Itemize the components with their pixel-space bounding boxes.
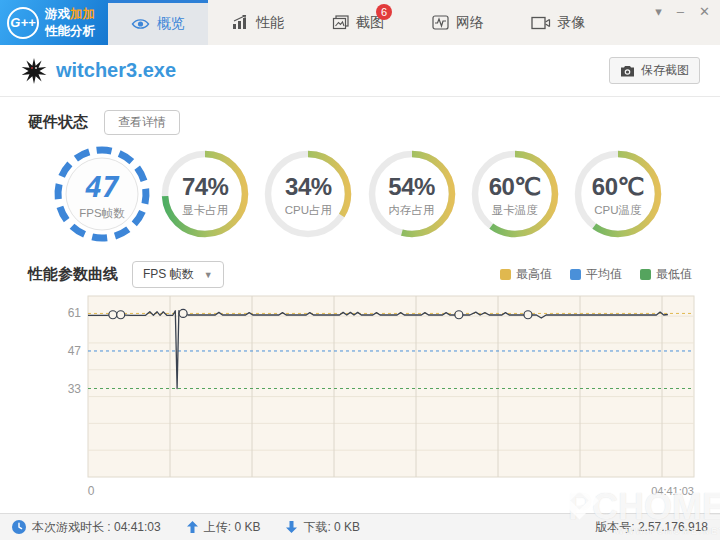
window-minimize-button[interactable]: – [677,4,684,20]
tab-screenshot[interactable]: 截图 6 [308,0,408,45]
svg-text:33: 33 [68,382,82,396]
curve-section-title: 性能参数曲线 [28,265,118,284]
svg-text:0: 0 [88,484,95,498]
tab-performance-label: 性能 [256,14,284,32]
chart-legend: 最高值 平均值 最低值 [500,266,692,283]
legend-min: 最低值 [640,266,692,283]
legend-max-swatch [500,269,511,280]
record-icon [531,16,551,30]
top-tab-bar: G++ 游戏加加 性能分析 概览 性能 [0,0,720,45]
memory-usage-value: 54% [388,173,435,201]
upload-arrow-icon [187,521,198,533]
memory-usage-label: 内存占用 [389,203,435,218]
cpu-usage-label: CPU占用 [285,203,332,218]
legend-min-label: 最低值 [656,266,692,283]
chevron-down-icon: ▼ [204,270,213,280]
tab-network-label: 网络 [456,14,484,32]
tab-overview-label: 概览 [157,15,185,33]
witcher-wolf-icon [20,57,48,85]
gauge-fps-text: 47 FPS帧数 [52,144,152,244]
gauge-gpu-usage: 74% 显卡占用 [155,144,255,244]
hardware-status-row: 硬件状态 查看详情 [28,110,180,135]
brand-word-2: 加加 [70,7,95,21]
gauge-memory-usage: 54% 内存占用 [362,144,462,244]
status-bar: 本次游戏时长 : 04:41:03 上传: 0 KB 下载: 0 KB 版本号:… [0,513,720,540]
gpu-usage-label: 显卡占用 [182,203,228,218]
window-close-button[interactable]: ✕ [699,4,710,20]
legend-avg-label: 平均值 [586,266,622,283]
fps-label: FPS帧数 [79,206,124,221]
fps-chart-svg: 614733004:41:03 [0,292,720,507]
download-arrow-icon [286,521,297,533]
hardware-status-title: 硬件状态 [28,113,88,132]
metric-select[interactable]: FPS 帧数 ▼ [132,261,224,288]
process-name: witcher3.exe [56,59,176,82]
legend-avg-swatch [570,269,581,280]
bar-chart-icon [232,15,249,30]
app-window: G++ 游戏加加 性能分析 概览 性能 [0,0,720,540]
cpu-temp-value: 60℃ [592,173,644,201]
legend-min-swatch [640,269,651,280]
metric-select-value: FPS 帧数 [143,266,194,283]
eye-icon [131,17,150,31]
legend-avg: 平均值 [570,266,622,283]
gpu-temp-label: 显卡温度 [492,203,538,218]
gpp-logo-icon: G++ [7,7,39,39]
gpu-temp-value: 60℃ [489,173,541,201]
fps-chart: 614733004:41:03 [0,292,720,507]
fps-value: 47 [85,170,119,204]
gauge-fps: 47 FPS帧数 [52,144,152,244]
svg-text:04:41:03: 04:41:03 [651,485,694,497]
brand-word-1: 游戏 [45,7,70,21]
screenshot-icon [332,15,349,30]
process-header: witcher3.exe 保存截图 [0,45,720,97]
save-screenshot-button[interactable]: 保存截图 [609,57,700,84]
svg-text:47: 47 [68,344,82,358]
clock-icon [12,520,26,534]
cpu-temp-label: CPU温度 [594,203,641,218]
gauge-cpu-usage: 34% CPU占用 [258,144,358,244]
brand-text: 游戏加加 性能分析 [45,6,95,39]
tab-performance[interactable]: 性能 [208,0,308,45]
curve-section-header: 性能参数曲线 FPS 帧数 ▼ 最高值 平均值 最低值 [28,261,692,288]
window-controls: ▾ – ✕ [655,4,710,20]
svg-text:61: 61 [68,306,82,320]
tab-record[interactable]: 录像 [508,0,608,45]
upload-stat: 上传: 0 KB [204,519,261,536]
window-menu-button[interactable]: ▾ [655,4,662,20]
tab-record-label: 录像 [558,14,586,32]
cpu-usage-value: 34% [285,173,332,201]
camera-icon [620,65,635,77]
save-screenshot-label: 保存截图 [641,62,689,79]
gauge-cpu-temp: 60℃ CPU温度 [568,144,668,244]
download-stat: 下载: 0 KB [303,519,360,536]
session-duration: 本次游戏时长 : 04:41:03 [32,519,161,536]
screenshot-count-badge: 6 [376,4,392,20]
gpu-usage-value: 74% [182,173,229,201]
tab-network[interactable]: 网络 [408,0,508,45]
legend-max: 最高值 [500,266,552,283]
legend-max-label: 最高值 [516,266,552,283]
version-number: 版本号: 2.57.176.918 [595,519,708,536]
app-logo: G++ 游戏加加 性能分析 [0,0,108,45]
gauges-row: 47 FPS帧数 74% 显卡占用 34% CPU占用 [0,144,720,244]
network-icon [432,15,449,30]
gauge-gpu-temp: 60℃ 显卡温度 [465,144,565,244]
view-details-button[interactable]: 查看详情 [104,110,180,135]
brand-line-2: 性能分析 [45,23,95,39]
tab-overview[interactable]: 概览 [108,0,208,45]
